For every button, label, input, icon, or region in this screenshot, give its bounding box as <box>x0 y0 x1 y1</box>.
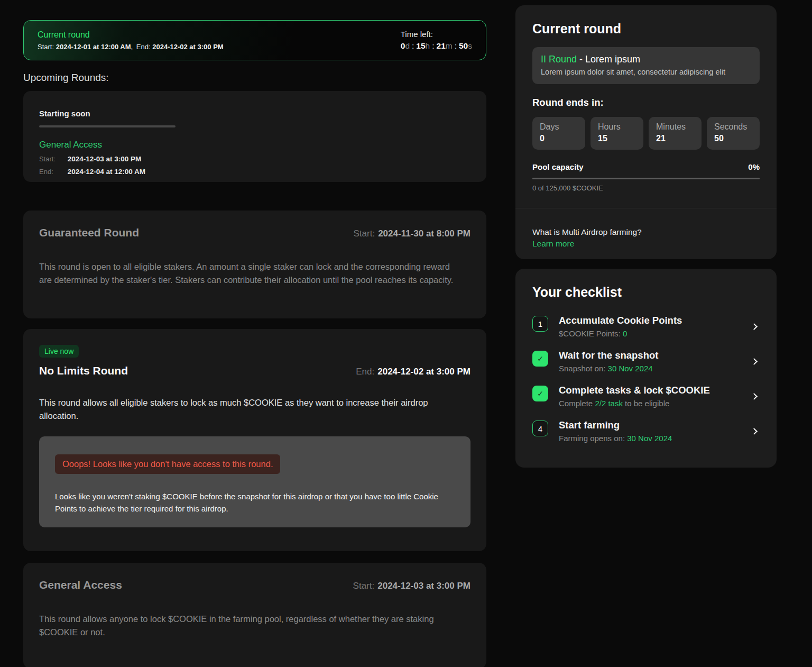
upcoming-round-card: Starting soon General Access Start: 2024… <box>23 91 486 182</box>
round-info-subtitle: Lorem ipsum dolor sit amet, consectetur … <box>541 68 751 76</box>
no-limits-round-description: This round allows all eligible stakers t… <box>39 396 470 423</box>
countdown-hours-value: 15 <box>598 134 639 143</box>
time-left-value: 0d:15h:21m:50s <box>401 41 472 51</box>
countdown-seconds-label: Seconds <box>714 122 755 132</box>
countdown-minutes-label: Minutes <box>656 122 697 132</box>
no-limits-date-label: End: <box>356 367 374 377</box>
pool-capacity-row: Pool capacity 0% <box>532 162 760 171</box>
live-now-badge: Live now <box>39 345 79 358</box>
checklist-item-start-farming[interactable]: 4 Start farming Farming opens on: 30 Nov… <box>532 419 760 443</box>
time-left-sep: : <box>412 41 414 50</box>
checklist-item-title: Wait for the snapshot <box>559 350 658 361</box>
upcoming-start-row: Start: 2024-12-03 at 3:00 PM <box>39 155 470 163</box>
no-limits-round-header: No Limits Round End:2024-12-02 at 3:00 P… <box>39 364 470 377</box>
current-round-panel-heading: Current round <box>532 21 760 36</box>
upcoming-start-value: 2024-12-03 at 3:00 PM <box>68 155 142 163</box>
checklist-item-subtitle: $COOKIE Points: 0 <box>559 329 682 338</box>
checklist-item-title: Complete tasks & lock $COOKIE <box>559 385 710 396</box>
subtitle-highlight: 30 Nov 2024 <box>627 434 672 443</box>
subtitle-prefix: Complete <box>559 399 595 408</box>
learn-more-link[interactable]: Learn more <box>532 239 574 249</box>
pool-capacity-percentage: 0% <box>748 162 760 171</box>
upcoming-end-label: End: <box>39 168 66 176</box>
round-info-title: Lorem ipsum <box>585 54 640 65</box>
access-error-container: Ooops! Looks like you don't have access … <box>39 436 470 527</box>
chevron-right-icon[interactable] <box>751 358 758 365</box>
checklist-item-wait-snapshot[interactable]: ✓ Wait for the snapshot Snapshot on: 30 … <box>532 350 760 373</box>
main-column: Current round Start: 2024-12-01 at 12:00… <box>23 0 486 667</box>
countdown-seconds-value: 50 <box>714 134 755 143</box>
general-access-round-date: Start:2024-12-03 at 3:00 PM <box>353 581 470 591</box>
upcoming-start-label: Start: <box>39 155 66 163</box>
time-left-label: Time left: <box>401 30 472 39</box>
page-layout: Current round Start: 2024-12-01 at 12:00… <box>0 0 812 667</box>
countdown-days-box: Days 0 <box>532 117 585 150</box>
no-limits-round-card: Live now No Limits Round End:2024-12-02 … <box>23 329 486 551</box>
banner-left: Current round Start: 2024-12-01 at 12:00… <box>38 30 224 51</box>
guaranteed-round-date: Start:2024-11-30 at 8:00 PM <box>354 229 470 239</box>
subtitle-highlight: 30 Nov 2024 <box>608 364 653 373</box>
time-left-seconds: 50 <box>459 41 468 50</box>
subtitle-highlight: 0 <box>623 329 627 338</box>
guaranteed-round-card: Guaranteed Round Start:2024-11-30 at 8:0… <box>23 211 486 318</box>
no-limits-round-date: End:2024-12-02 at 3:00 PM <box>356 367 470 377</box>
pool-capacity-amount: 0 of 125,000 $COOKIE <box>532 184 760 192</box>
checklist-item-subtitle: Complete 2/2 task to be eligible <box>559 399 710 408</box>
countdown: Days 0 Hours 15 Minutes 21 Seconds 50 <box>532 117 760 150</box>
access-error-title: Ooops! Looks like you don't have access … <box>55 454 280 474</box>
chevron-right-icon[interactable] <box>751 428 758 435</box>
countdown-hours-label: Hours <box>598 122 639 132</box>
chevron-right-icon[interactable] <box>751 323 758 330</box>
pool-capacity-label: Pool capacity <box>532 162 584 171</box>
checklist-item-body: Complete tasks & lock $COOKIE Complete 2… <box>559 385 710 408</box>
banner-end-label: End: <box>136 43 151 51</box>
countdown-hours-box: Hours 15 <box>590 117 643 150</box>
faq-question: What is Multi Airdrop farming? <box>532 227 760 237</box>
upcoming-rounds-heading: Upcoming Rounds: <box>23 72 486 84</box>
guaranteed-round-title: Guaranteed Round <box>39 226 139 239</box>
time-left-minutes-unit: m <box>446 41 453 50</box>
banner-time-left: Time left: 0d:15h:21m:50s <box>401 30 472 51</box>
subtitle-prefix: Farming opens on: <box>559 434 627 443</box>
checklist-item-complete-tasks[interactable]: ✓ Complete tasks & lock $COOKIE Complete… <box>532 385 760 408</box>
time-left-hours-unit: h <box>426 41 430 50</box>
chevron-right-icon[interactable] <box>751 393 758 400</box>
general-access-date-label: Start: <box>353 581 375 591</box>
countdown-days-value: 0 <box>540 134 581 143</box>
banner-title: Current round <box>38 30 224 40</box>
starting-soon-label: Starting soon <box>39 109 470 118</box>
side-column: Current round II Round - Lorem ipsum Lor… <box>515 0 777 667</box>
checklist-item-accumulate-points[interactable]: 1 Accumulate Cookie Points $COOKIE Point… <box>532 315 760 338</box>
pool-capacity-progress-bar <box>532 178 760 179</box>
time-left-sep: : <box>432 41 434 50</box>
panel-divider <box>515 208 777 208</box>
countdown-minutes-value: 21 <box>656 134 697 143</box>
general-access-round-card: General Access Start:2024-12-03 at 3:00 … <box>23 563 486 667</box>
starting-soon-progress-bar <box>39 125 176 127</box>
upcoming-end-row: End: 2024-12-04 at 12:00 AM <box>39 168 470 176</box>
upcoming-end-value: 2024-12-04 at 12:00 AM <box>68 168 145 176</box>
banner-end-value: 2024-12-02 at 3:00 PM <box>152 43 223 51</box>
banner-separator: , <box>131 43 133 51</box>
general-access-round-description: This round allows anyone to lock $COOKIE… <box>39 613 470 639</box>
banner-start-value: 2024-12-01 at 12:00 AM <box>56 43 131 51</box>
no-limits-date-value: 2024-12-02 at 3:00 PM <box>377 367 470 377</box>
guaranteed-date-value: 2024-11-30 at 8:00 PM <box>378 229 470 239</box>
checklist-item-subtitle: Farming opens on: 30 Nov 2024 <box>559 434 672 443</box>
checklist: 1 Accumulate Cookie Points $COOKIE Point… <box>532 315 760 443</box>
time-left-hours: 15 <box>416 41 425 50</box>
subtitle-highlight: 2/2 task <box>595 399 623 408</box>
subtitle-suffix: to be eligible <box>623 399 669 408</box>
checklist-heading: Your checklist <box>532 285 760 300</box>
no-limits-round-title: No Limits Round <box>39 364 128 377</box>
round-info-title-line: II Round - Lorem ipsum <box>541 54 751 65</box>
checklist-item-body: Wait for the snapshot Snapshot on: 30 No… <box>559 350 658 373</box>
upcoming-round-name: General Access <box>39 140 470 150</box>
current-round-panel: Current round II Round - Lorem ipsum Lor… <box>515 5 777 259</box>
checklist-item-title: Accumulate Cookie Points <box>559 315 682 326</box>
guaranteed-round-description: This round is open to all eligible stake… <box>39 260 470 287</box>
checklist-panel: Your checklist 1 Accumulate Cookie Point… <box>515 269 777 468</box>
countdown-days-label: Days <box>540 122 581 132</box>
round-title-separator: - <box>577 54 585 65</box>
checklist-item-body: Accumulate Cookie Points $COOKIE Points:… <box>559 315 682 338</box>
